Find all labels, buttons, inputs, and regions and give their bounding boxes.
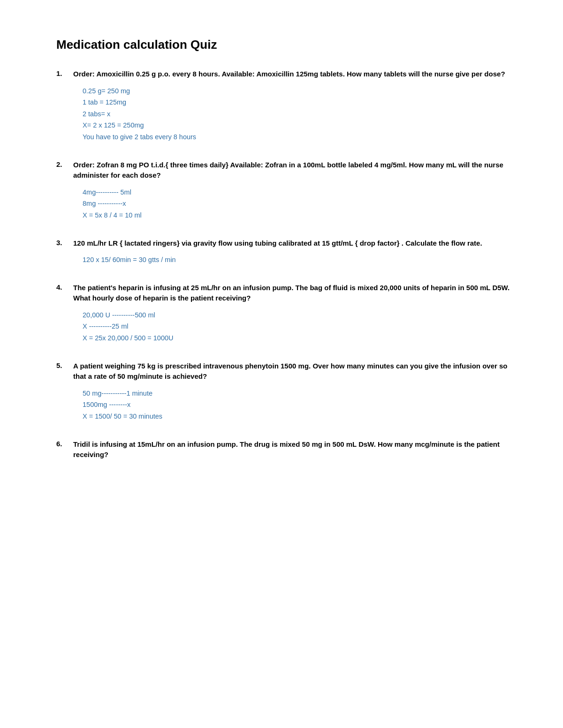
answer-line: 8mg -----------x — [83, 198, 516, 210]
question-text: 120 mL/hr LR { lactated ringers} via gra… — [73, 238, 516, 249]
question-item: 4.The patient's heparin is infusing at 2… — [56, 283, 516, 344]
answer-line: 1 tab = 125mg — [83, 97, 516, 108]
answer-block: 4mg---------- 5ml8mg -----------xX = 5x … — [73, 187, 516, 221]
question-text: Tridil is infusing at 15mL/hr on an infu… — [73, 439, 516, 460]
question-item: 6.Tridil is infusing at 15mL/hr on an in… — [56, 439, 516, 466]
page-title: Medication calculation Quiz — [56, 38, 516, 52]
question-item: 1.Order: Amoxicillin 0.25 g p.o. every 8… — [56, 69, 516, 143]
question-number: 4. — [56, 283, 69, 291]
question-text: A patient weighing 75 kg is prescribed i… — [73, 361, 516, 382]
answer-line: X = 5x 8 / 4 = 10 ml — [83, 210, 516, 221]
question-content: Tridil is infusing at 15mL/hr on an infu… — [73, 439, 516, 466]
question-item: 3.120 mL/hr LR { lactated ringers} via g… — [56, 238, 516, 266]
answer-line: 1500mg --------x — [83, 399, 516, 411]
answer-block: 50 mg-----------1 minute1500mg --------x… — [73, 388, 516, 422]
question-text: Order: Zofran 8 mg PO t.i.d.{ three time… — [73, 160, 516, 181]
question-number: 2. — [56, 160, 69, 168]
question-text: The patient's heparin is infusing at 25 … — [73, 283, 516, 304]
answer-line: X = 25x 20,000 / 500 = 1000U — [83, 332, 516, 344]
answer-line: 120 x 15/ 60min = 30 gtts / min — [83, 254, 516, 266]
question-item: 5.A patient weighing 75 kg is prescribed… — [56, 361, 516, 422]
question-text: Order: Amoxicillin 0.25 g p.o. every 8 h… — [73, 69, 516, 80]
question-number: 6. — [56, 439, 69, 448]
question-content: 120 mL/hr LR { lactated ringers} via gra… — [73, 238, 516, 266]
answer-line: You have to give 2 tabs every 8 hours — [83, 131, 516, 143]
answer-line: X ----------25 ml — [83, 321, 516, 332]
answer-block: 120 x 15/ 60min = 30 gtts / min — [73, 254, 516, 266]
answer-line: 4mg---------- 5ml — [83, 187, 516, 198]
answer-line: 2 tabs= x — [83, 108, 516, 120]
answer-line: X = 1500/ 50 = 30 minutes — [83, 411, 516, 422]
answer-line: 50 mg-----------1 minute — [83, 388, 516, 399]
questions-list: 1.Order: Amoxicillin 0.25 g p.o. every 8… — [56, 69, 516, 466]
question-item: 2.Order: Zofran 8 mg PO t.i.d.{ three ti… — [56, 160, 516, 221]
question-number: 1. — [56, 69, 69, 77]
question-content: The patient's heparin is infusing at 25 … — [73, 283, 516, 344]
answer-line: X= 2 x 125 = 250mg — [83, 120, 516, 131]
question-content: Order: Zofran 8 mg PO t.i.d.{ three time… — [73, 160, 516, 221]
question-number: 5. — [56, 361, 69, 369]
answer-line: 20,000 U ----------500 ml — [83, 309, 516, 321]
answer-block: 20,000 U ----------500 ml X ----------25… — [73, 309, 516, 344]
question-content: A patient weighing 75 kg is prescribed i… — [73, 361, 516, 422]
question-content: Order: Amoxicillin 0.25 g p.o. every 8 h… — [73, 69, 516, 143]
answer-line: 0.25 g= 250 mg — [83, 85, 516, 97]
question-number: 3. — [56, 238, 69, 247]
answer-block: 0.25 g= 250 mg1 tab = 125mg2 tabs= xX= 2… — [73, 85, 516, 143]
